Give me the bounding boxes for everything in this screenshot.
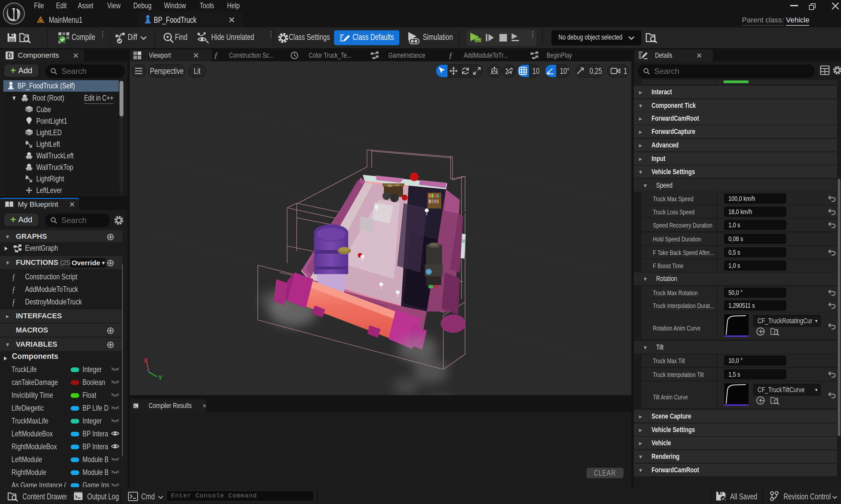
svg-text:Y: Y (158, 374, 162, 381)
svg-text:X: X (144, 357, 148, 364)
